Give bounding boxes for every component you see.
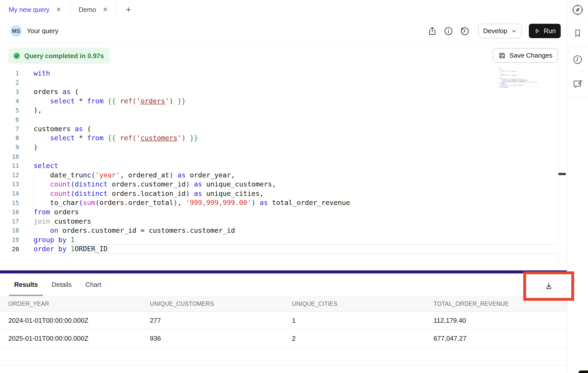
code-text: count(distinct orders.customer_id) as un…	[34, 180, 558, 189]
tab-demo[interactable]: Demo ✕	[70, 0, 117, 19]
ai-assistant-button[interactable]	[567, 72, 588, 97]
bookmark-icon	[573, 29, 582, 38]
code-text: to_char(sum(orders.order_total), '999,99…	[34, 198, 558, 207]
line-number: 16	[0, 209, 19, 215]
code-line[interactable]: 5),	[0, 106, 558, 115]
code-line[interactable]: 7customers as (	[0, 124, 558, 134]
save-changes-button[interactable]: Save Changes	[493, 48, 558, 63]
status-text: Query completed in 0.97s	[24, 52, 104, 60]
chevron-down-icon	[511, 28, 517, 34]
code-text: with	[34, 69, 558, 78]
table-cell: 677,047.27	[425, 335, 567, 342]
code-text: ),	[34, 106, 558, 115]
line-number: 3	[0, 88, 19, 95]
tab-details[interactable]: Details	[47, 273, 77, 296]
code-text: on orders.customer_id = customers.custom…	[34, 226, 558, 235]
code-line[interactable]: 10	[0, 152, 558, 161]
plus-icon	[125, 6, 132, 13]
line-number: 4	[0, 98, 19, 104]
line-number: 5	[0, 107, 19, 114]
code-line[interactable]: 4 select * from {{ ref('orders') }}	[0, 97, 558, 106]
code-line[interactable]: 1with	[0, 69, 558, 78]
history-button[interactable]	[457, 24, 473, 38]
develop-label: Develop	[483, 27, 507, 35]
code-line[interactable]: 20order by 1ORDER_ID	[0, 244, 558, 254]
code-line[interactable]: 3orders as (	[0, 87, 558, 97]
table-row[interactable]: 2025-01-01T00:00:00.000Z9362677,047.27	[0, 330, 567, 347]
line-number: 9	[0, 144, 19, 151]
tab-label: Results	[14, 281, 38, 289]
code-line[interactable]: 6	[0, 115, 558, 124]
save-icon	[498, 52, 506, 59]
line-number: 12	[0, 172, 19, 178]
bookmarks-button[interactable]	[567, 20, 588, 47]
line-number: 2	[0, 79, 19, 86]
results-tab-bar: Results Details Chart	[0, 273, 567, 296]
share-button[interactable]	[424, 24, 440, 38]
history-rail-button[interactable]	[567, 47, 588, 72]
code-line[interactable]: 18 on orders.customer_id = customers.cus…	[0, 226, 558, 235]
code-text: orders as (	[34, 87, 558, 97]
code-line[interactable]: 16from orders	[0, 207, 558, 217]
code-text: group by 1	[34, 235, 558, 245]
code-text: count(distinct orders.location_id) as un…	[34, 189, 558, 198]
close-icon[interactable]: ✕	[56, 7, 61, 13]
run-label: Run	[544, 27, 556, 35]
line-number: 8	[0, 135, 19, 141]
code-line[interactable]: 12 date_trunc('year', ordered_at) as ord…	[0, 171, 558, 180]
table-row[interactable]: 2024-01-01T00:00:00.000Z2771112,179.40	[0, 312, 567, 330]
code-line[interactable]: 11select	[0, 161, 558, 171]
line-number: 10	[0, 153, 19, 160]
info-icon	[444, 26, 453, 36]
app-root: My new query ✕ Demo ✕ MS Your query	[0, 0, 588, 373]
results-panel: Results Details Chart ORDER_YEARUNIQUE_C…	[0, 273, 567, 373]
right-sidebar	[567, 0, 588, 373]
tab-chart[interactable]: Chart	[80, 273, 106, 296]
sql-editor[interactable]: 1with23orders as (4 select * from {{ ref…	[0, 69, 558, 254]
tab-results[interactable]: Results	[9, 273, 43, 296]
code-text: join customers	[34, 217, 558, 226]
download-results-button[interactable]	[543, 281, 555, 291]
code-line[interactable]: 19group by 1	[0, 235, 558, 245]
compass-button[interactable]	[567, 0, 588, 20]
code-text: from orders	[34, 207, 558, 217]
code-line[interactable]: 13 count(distinct orders.customer_id) as…	[0, 180, 558, 189]
tab-my-new-query[interactable]: My new query ✕	[0, 0, 70, 19]
code-line[interactable]: 8 select * from {{ ref('customers') }}	[0, 133, 558, 143]
table-row-empty	[0, 347, 567, 365]
close-icon[interactable]: ✕	[103, 7, 108, 13]
code-line[interactable]: 2	[0, 78, 558, 87]
code-text: )	[34, 143, 558, 152]
code-text: order by 1ORDER_ID	[499, 87, 543, 88]
scrollbar-thumb[interactable]	[558, 173, 566, 175]
corner-overlay	[578, 370, 588, 373]
line-number: 18	[0, 227, 19, 234]
code-line[interactable]: 14 count(distinct orders.location_id) as…	[0, 189, 558, 198]
code-line[interactable]: 17join customers	[0, 217, 558, 226]
query-status-badge: Query completed in 0.97s	[8, 48, 110, 64]
table-cell: 2	[284, 335, 425, 342]
save-label: Save Changes	[509, 52, 553, 59]
info-button[interactable]	[440, 24, 457, 38]
editor-minimap[interactable]: withorders as ( select * from {{ ref('or…	[499, 68, 544, 92]
new-tab-button[interactable]	[117, 0, 140, 19]
line-number: 20	[0, 246, 19, 252]
tab-label: Demo	[79, 6, 96, 14]
code-line[interactable]: 15 to_char(sum(orders.order_total), '999…	[0, 198, 558, 207]
code-text: order by 1ORDER_ID	[34, 244, 558, 254]
panel-resize-divider[interactable]	[0, 270, 567, 273]
editor-tab-bar: My new query ✕ Demo ✕	[0, 0, 567, 19]
tab-label: Chart	[85, 281, 101, 289]
code-line: )	[499, 76, 543, 77]
line-number: 17	[0, 218, 19, 225]
table-cell: 2025-01-01T00:00:00.000Z	[0, 335, 142, 342]
line-number: 19	[0, 237, 19, 243]
develop-dropdown[interactable]: Develop	[478, 24, 522, 38]
download-icon	[544, 282, 553, 291]
column-header: UNIQUE_CUSTOMERS	[142, 300, 284, 307]
line-number: 14	[0, 190, 19, 197]
code-text: select * from {{ ref('orders') }}	[34, 97, 558, 106]
code-line: order by 1ORDER_ID	[499, 87, 543, 88]
run-button[interactable]: Run	[529, 24, 561, 38]
code-line[interactable]: 9)	[0, 143, 558, 152]
